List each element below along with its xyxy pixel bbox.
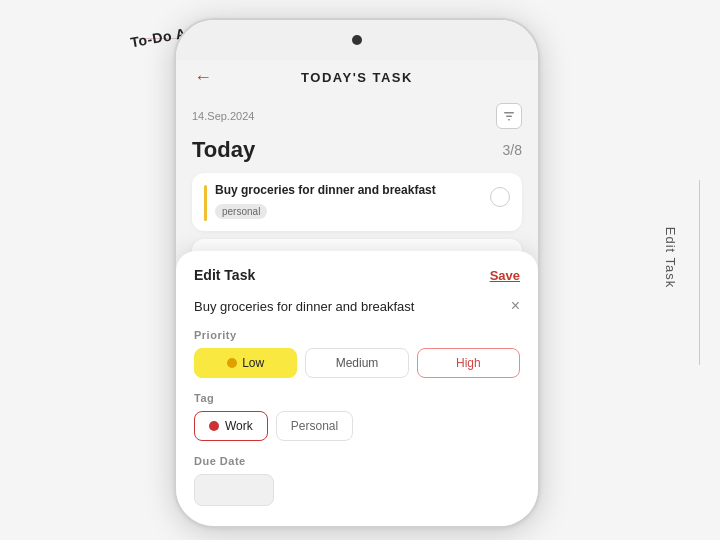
task-name-text: Buy groceries for dinner and breakfast xyxy=(194,299,414,314)
status-bar xyxy=(176,20,538,60)
tag-label: Tag xyxy=(194,392,520,404)
task-name-row: Buy groceries for dinner and breakfast × xyxy=(194,297,520,315)
priority-medium-label: Medium xyxy=(336,356,379,370)
priority-row: Low Medium High xyxy=(194,348,520,378)
priority-label: Priority xyxy=(194,329,520,341)
top-nav: ← TODAY'S TASK xyxy=(176,60,538,93)
svg-rect-0 xyxy=(504,112,514,114)
today-count: 3/8 xyxy=(503,142,522,158)
due-date-button[interactable] xyxy=(194,474,274,506)
sheet-title: Edit Task xyxy=(194,267,255,283)
svg-rect-2 xyxy=(508,119,510,121)
save-button[interactable]: Save xyxy=(490,268,520,283)
filter-icon xyxy=(502,109,516,123)
tag-row: Work Personal xyxy=(194,411,520,441)
priority-medium-button[interactable]: Medium xyxy=(305,348,408,378)
phone-frame: ← TODAY'S TASK 14.Sep.2024 Today 3/8 xyxy=(174,18,540,528)
task-priority-bar xyxy=(204,185,207,221)
task-item[interactable]: Buy groceries for dinner and breakfast p… xyxy=(192,173,522,231)
due-date-label: Due Date xyxy=(194,455,520,467)
due-date-row xyxy=(194,474,520,506)
deco-line-right xyxy=(699,180,700,365)
task-tag: personal xyxy=(215,204,267,219)
nav-title: TODAY'S TASK xyxy=(301,70,413,85)
priority-low-button[interactable]: Low xyxy=(194,348,297,378)
edit-task-sheet: Edit Task Save Buy groceries for dinner … xyxy=(176,251,538,526)
date-row: 14.Sep.2024 xyxy=(192,103,522,129)
priority-low-label: Low xyxy=(242,356,264,370)
svg-rect-1 xyxy=(506,116,512,118)
screen: ← TODAY'S TASK 14.Sep.2024 Today 3/8 xyxy=(176,60,538,526)
back-button[interactable]: ← xyxy=(194,67,212,88)
tag-dot xyxy=(209,421,219,431)
today-label: Today xyxy=(192,137,255,163)
tag-work-button[interactable]: Work xyxy=(194,411,268,441)
tag-personal-button[interactable]: Personal xyxy=(276,411,353,441)
today-row: Today 3/8 xyxy=(192,137,522,163)
close-button[interactable]: × xyxy=(511,297,520,315)
date-label: 14.Sep.2024 xyxy=(192,110,254,122)
task-title: Buy groceries for dinner and breakfast xyxy=(215,183,436,197)
priority-high-button[interactable]: High xyxy=(417,348,520,378)
filter-button[interactable] xyxy=(496,103,522,129)
priority-high-label: High xyxy=(456,356,481,370)
tag-personal-label: Personal xyxy=(291,419,338,433)
sheet-header: Edit Task Save xyxy=(194,267,520,283)
camera-dot xyxy=(352,35,362,45)
tag-work-label: Work xyxy=(225,419,253,433)
task-complete-circle[interactable] xyxy=(490,187,510,207)
edit-task-side-label: Edit Task xyxy=(664,227,679,289)
priority-dot xyxy=(227,358,237,368)
